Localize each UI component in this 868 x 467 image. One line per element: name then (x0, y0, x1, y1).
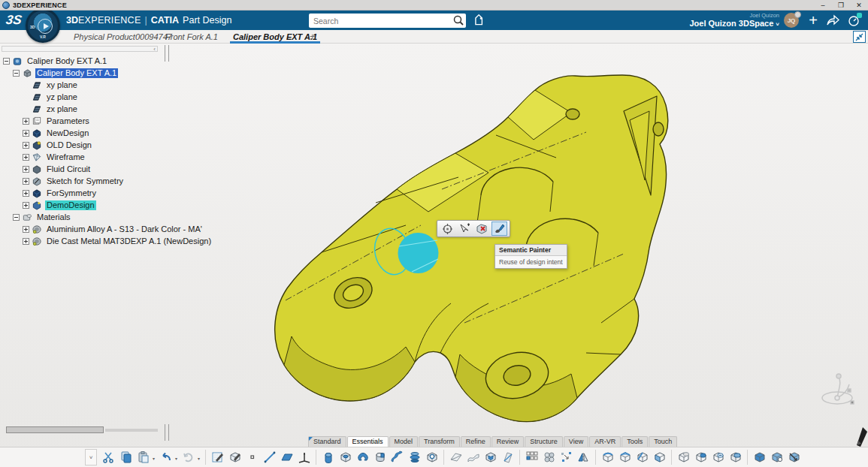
tree-item-wireframe[interactable]: Wireframe (0, 151, 213, 163)
ghost-robot-manipulator[interactable] (816, 372, 861, 425)
tree-item-label[interactable]: Sketch for Symmetry (45, 176, 125, 186)
tree-scroll-left-icon[interactable]: ‹ (153, 46, 156, 53)
panel-splitter-grip-bottom[interactable] (165, 424, 169, 441)
tree-item-label[interactable]: Materials (35, 212, 72, 222)
variable-fillet-button[interactable] (464, 449, 482, 466)
tree-item-caliper-body-ext-a-1[interactable]: Caliper Body EXT A.1 (0, 67, 213, 79)
tree-item-label[interactable]: DemoDesign (45, 200, 96, 210)
tree-item-aluminium-alloy-a-s13-dark-col[interactable]: Aluminium Alloy A - S13 - Dark Color - M… (0, 223, 213, 235)
intersect-boolean-button[interactable] (727, 449, 744, 466)
scrollbar-thumb[interactable] (6, 426, 104, 433)
semantic-painter-button[interactable] (491, 221, 507, 236)
tree-item-fluid-circuit[interactable]: Fluid Circuit (0, 163, 213, 175)
dropdown-arrow-icon[interactable]: ▾ (153, 456, 155, 461)
minus-expander-icon[interactable] (13, 214, 20, 221)
cut-button[interactable] (100, 449, 117, 466)
compass-play-icon[interactable] (38, 19, 53, 34)
assemble-boolean-button[interactable] (675, 449, 692, 466)
panel-splitter-grip-top[interactable] (165, 45, 169, 62)
tree-item-zx-plane[interactable]: zx plane (0, 103, 213, 115)
tree-item-label[interactable]: zx plane (45, 104, 79, 114)
tree-item-label[interactable]: ForSymmetry (45, 188, 98, 198)
plane-button[interactable] (278, 449, 295, 466)
scrollbar-track[interactable] (105, 429, 158, 432)
new-tab-button[interactable]: + (310, 31, 316, 42)
assistant-icon[interactable] (845, 12, 862, 29)
delete-box-button[interactable] (474, 221, 490, 236)
plus-expander-icon[interactable] (23, 166, 29, 173)
ribbon-tab-essentials[interactable]: Essentials (347, 436, 389, 447)
plus-expander-icon[interactable] (23, 190, 29, 197)
search-input[interactable] (309, 17, 452, 26)
tree-item-label[interactable]: Fluid Circuit (45, 164, 92, 174)
tree-item-die-cast-metal-mat3dexp-a-1-ne[interactable]: Die Cast Metal MAT3DEXP A.1 (NewDesign) (0, 235, 213, 247)
minus-expander-icon[interactable] (13, 70, 20, 77)
toolbar-overflow-button[interactable]: ˅ (85, 449, 97, 465)
maximize-button[interactable]: ❐ (832, 0, 850, 11)
plus-expander-icon[interactable] (23, 226, 29, 233)
user-pattern-button[interactable] (540, 449, 558, 466)
sketch-on-face-button[interactable] (226, 449, 243, 466)
ribbon-tab-structure[interactable]: Structure (525, 436, 563, 447)
mirror-button[interactable] (575, 449, 592, 466)
tree-item-sketch-for-symmetry[interactable]: Sketch for Symmetry (0, 175, 213, 187)
ribbon-tab-view[interactable]: View (564, 436, 588, 447)
edge-fillet-surface-button[interactable] (447, 449, 464, 466)
point-button[interactable] (243, 449, 261, 466)
minimize-button[interactable]: – (814, 0, 832, 11)
ribbon-tab-review[interactable]: Review (491, 436, 525, 447)
plus-expander-icon[interactable] (23, 142, 29, 149)
plus-expander-icon[interactable] (23, 118, 29, 125)
multi-sections-solid-button[interactable] (406, 449, 423, 466)
plus-expander-icon[interactable] (23, 238, 29, 245)
ribbon-tab-tools[interactable]: Tools (622, 436, 648, 447)
rib-button[interactable] (389, 449, 406, 466)
tree-item-label[interactable]: Caliper Body EXT A.1 (35, 68, 118, 78)
ribbon-tab-model[interactable]: Model (389, 436, 419, 447)
plus-expander-icon[interactable] (23, 178, 29, 185)
tree-item-label[interactable]: yz plane (45, 92, 79, 102)
redo-button[interactable]: ▾ (180, 449, 197, 466)
dropdown-arrow-icon[interactable]: ▾ (175, 456, 177, 461)
split-button[interactable] (768, 449, 785, 466)
copy-button[interactable] (117, 449, 135, 466)
ribbon-tab-touch[interactable]: Touch (649, 436, 677, 447)
paste-button[interactable]: ▾ (135, 449, 152, 466)
edge-fillet-button[interactable] (599, 449, 616, 466)
trim-button[interactable] (785, 449, 803, 466)
ribbon-tab-transform[interactable]: Transform (419, 436, 460, 447)
tree-item-parameters[interactable]: Parameters (0, 115, 213, 127)
plus-expander-icon[interactable] (23, 202, 29, 209)
scaling-button[interactable] (558, 449, 575, 466)
manipulator-robot-button[interactable] (440, 221, 455, 236)
tree-item-label[interactable]: Wireframe (45, 152, 86, 162)
undo-button[interactable]: ▾ (157, 449, 174, 466)
shell-button[interactable] (482, 449, 499, 466)
ribbon-tab-refine[interactable]: Refine (461, 436, 491, 447)
tree-item-label[interactable]: Aluminium Alloy A - S13 - Dark Color - M… (45, 224, 204, 234)
tree-item-label[interactable]: Die Cast Metal MAT3DEXP A.1 (NewDesign) (45, 237, 213, 246)
search-box[interactable] (309, 14, 466, 28)
thickness-button[interactable] (651, 449, 668, 466)
draft-button[interactable] (499, 449, 516, 466)
document-tab-front-fork-a-1[interactable]: Front Fork A.1 (158, 30, 225, 44)
tree-item-old-design[interactable]: OLD Design (0, 139, 213, 151)
rectangular-pattern-button[interactable] (523, 449, 540, 466)
add-button[interactable]: + (805, 12, 821, 29)
tree-item-forsymmetry[interactable]: ForSymmetry (0, 187, 213, 199)
tag-icon[interactable] (473, 14, 485, 27)
chevron-down-icon[interactable]: ˅ (776, 21, 779, 28)
axis-system-button[interactable] (295, 449, 313, 466)
tree-item-label[interactable]: xy plane (45, 80, 79, 90)
user-block[interactable]: Joel Quizon Joel Quizon 3DSpace˅ (689, 11, 779, 29)
tree-item-label[interactable]: Parameters (45, 116, 91, 126)
avatar[interactable]: JQ (784, 13, 799, 28)
line-button[interactable] (261, 449, 278, 466)
smart-move-button[interactable] (457, 221, 473, 236)
tree-item-newdesign[interactable]: NewDesign (0, 127, 213, 139)
solid-cube-button[interactable] (751, 449, 768, 466)
pocket-button[interactable] (337, 449, 354, 466)
search-icon[interactable] (452, 14, 466, 28)
minus-expander-icon[interactable] (3, 58, 10, 65)
pad-button[interactable] (319, 449, 337, 466)
